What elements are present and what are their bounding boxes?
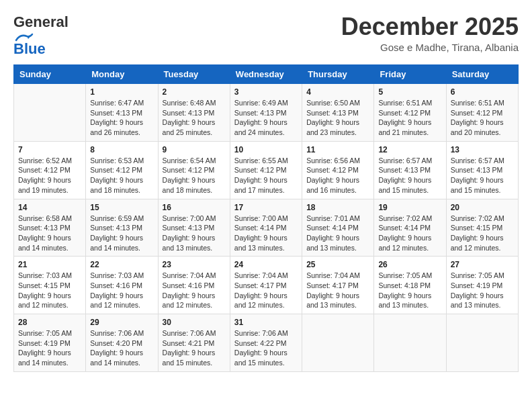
day-number: 5 [378,87,441,97]
title-block: December 2025 Gose e Madhe, Tirana, Alba… [341,13,519,53]
day-number: 1 [90,87,153,97]
header: General Blue December 2025 Gose e Madhe,… [13,13,519,58]
day-number: 23 [163,260,226,269]
day-cell [446,314,518,372]
day-number: 25 [306,260,369,269]
day-cell: 16Sunrise: 7:00 AMSunset: 4:13 PMDayligh… [158,199,230,257]
day-cell: 13Sunrise: 6:57 AMSunset: 4:13 PMDayligh… [446,141,518,199]
day-cell: 11Sunrise: 6:56 AMSunset: 4:12 PMDayligh… [302,141,374,199]
day-number: 4 [306,87,369,97]
day-info: Sunrise: 7:05 AMSunset: 4:19 PMDaylight:… [451,271,514,310]
week-row-5: 28Sunrise: 7:05 AMSunset: 4:19 PMDayligh… [14,314,519,372]
day-info: Sunrise: 7:04 AMSunset: 4:17 PMDaylight:… [234,271,298,310]
day-number: 24 [234,260,298,269]
weekday-header-thursday: Thursday [302,65,374,84]
day-number: 20 [451,203,514,212]
day-info: Sunrise: 7:00 AMSunset: 4:13 PMDaylight:… [163,214,226,253]
day-info: Sunrise: 7:00 AMSunset: 4:14 PMDaylight:… [234,214,298,253]
logo-general: General [13,13,69,30]
day-number: 2 [163,87,226,97]
day-number: 18 [306,203,369,212]
day-info: Sunrise: 6:56 AMSunset: 4:12 PMDaylight:… [306,156,369,195]
day-info: Sunrise: 6:58 AMSunset: 4:13 PMDaylight:… [18,214,81,253]
day-cell: 25Sunrise: 7:04 AMSunset: 4:17 PMDayligh… [302,257,374,314]
day-number: 30 [163,318,226,327]
weekday-header-monday: Monday [86,65,158,84]
week-row-2: 7Sunrise: 6:52 AMSunset: 4:12 PMDaylight… [14,141,519,199]
day-cell: 19Sunrise: 7:02 AMSunset: 4:14 PMDayligh… [374,199,446,257]
day-number: 6 [451,87,514,97]
day-number: 19 [378,203,441,212]
week-row-4: 21Sunrise: 7:03 AMSunset: 4:15 PMDayligh… [14,257,519,314]
day-number: 21 [18,260,81,269]
day-number: 31 [234,318,298,327]
day-number: 3 [234,87,298,97]
weekday-header-tuesday: Tuesday [158,65,230,84]
day-number: 29 [90,318,153,327]
day-cell: 17Sunrise: 7:00 AMSunset: 4:14 PMDayligh… [230,199,302,257]
day-info: Sunrise: 6:51 AMSunset: 4:12 PMDaylight:… [378,98,441,138]
day-number: 11 [306,145,369,154]
day-number: 15 [90,203,153,212]
day-info: Sunrise: 7:05 AMSunset: 4:19 PMDaylight:… [18,328,81,368]
day-cell: 30Sunrise: 7:06 AMSunset: 4:21 PMDayligh… [158,314,230,372]
day-cell: 24Sunrise: 7:04 AMSunset: 4:17 PMDayligh… [230,257,302,314]
day-info: Sunrise: 6:47 AMSunset: 4:13 PMDaylight:… [90,98,153,138]
day-number: 7 [18,145,81,154]
day-info: Sunrise: 7:03 AMSunset: 4:15 PMDaylight:… [18,271,81,310]
day-info: Sunrise: 7:04 AMSunset: 4:16 PMDaylight:… [163,271,226,310]
day-info: Sunrise: 7:06 AMSunset: 4:22 PMDaylight:… [234,328,298,368]
day-info: Sunrise: 6:57 AMSunset: 4:13 PMDaylight:… [378,156,441,195]
day-cell: 10Sunrise: 6:55 AMSunset: 4:12 PMDayligh… [230,141,302,199]
day-info: Sunrise: 6:51 AMSunset: 4:12 PMDaylight:… [451,98,514,138]
day-cell: 2Sunrise: 6:48 AMSunset: 4:13 PMDaylight… [158,84,230,142]
day-cell: 20Sunrise: 7:02 AMSunset: 4:15 PMDayligh… [446,199,518,257]
day-cell: 8Sunrise: 6:53 AMSunset: 4:12 PMDaylight… [86,141,158,199]
day-cell: 12Sunrise: 6:57 AMSunset: 4:13 PMDayligh… [374,141,446,199]
day-number: 26 [378,260,441,269]
calendar-header-row: SundayMondayTuesdayWednesdayThursdayFrid… [14,65,519,84]
day-number: 27 [451,260,514,269]
day-cell: 1Sunrise: 6:47 AMSunset: 4:13 PMDaylight… [86,84,158,142]
day-cell [14,84,86,142]
day-cell [302,314,374,372]
day-info: Sunrise: 7:02 AMSunset: 4:14 PMDaylight:… [378,214,441,253]
day-cell: 7Sunrise: 6:52 AMSunset: 4:12 PMDaylight… [14,141,86,199]
day-number: 14 [18,203,81,212]
calendar-body: 1Sunrise: 6:47 AMSunset: 4:13 PMDaylight… [14,84,519,372]
day-cell: 27Sunrise: 7:05 AMSunset: 4:19 PMDayligh… [446,257,518,314]
day-cell: 31Sunrise: 7:06 AMSunset: 4:22 PMDayligh… [230,314,302,372]
day-number: 17 [234,203,298,212]
day-info: Sunrise: 6:48 AMSunset: 4:13 PMDaylight:… [163,98,226,138]
week-row-3: 14Sunrise: 6:58 AMSunset: 4:13 PMDayligh… [14,199,519,257]
day-info: Sunrise: 7:05 AMSunset: 4:18 PMDaylight:… [378,271,441,310]
day-number: 8 [90,145,153,154]
day-number: 16 [163,203,226,212]
day-info: Sunrise: 6:57 AMSunset: 4:13 PMDaylight:… [451,156,514,195]
day-info: Sunrise: 6:59 AMSunset: 4:13 PMDaylight:… [90,214,153,253]
location: Gose e Madhe, Tirana, Albania [341,42,519,53]
day-number: 9 [163,145,226,154]
calendar: SundayMondayTuesdayWednesdayThursdayFrid… [13,64,519,372]
day-info: Sunrise: 6:53 AMSunset: 4:12 PMDaylight:… [90,156,153,195]
weekday-header-wednesday: Wednesday [230,65,302,84]
day-info: Sunrise: 6:49 AMSunset: 4:13 PMDaylight:… [234,98,298,138]
day-cell: 18Sunrise: 7:01 AMSunset: 4:14 PMDayligh… [302,199,374,257]
day-cell: 6Sunrise: 6:51 AMSunset: 4:12 PMDaylight… [446,84,518,142]
day-cell: 22Sunrise: 7:03 AMSunset: 4:16 PMDayligh… [86,257,158,314]
day-cell: 3Sunrise: 6:49 AMSunset: 4:13 PMDaylight… [230,84,302,142]
logo: General Blue [13,13,69,58]
day-cell: 21Sunrise: 7:03 AMSunset: 4:15 PMDayligh… [14,257,86,314]
day-info: Sunrise: 7:04 AMSunset: 4:17 PMDaylight:… [306,271,369,310]
day-cell: 26Sunrise: 7:05 AMSunset: 4:18 PMDayligh… [374,257,446,314]
day-cell: 15Sunrise: 6:59 AMSunset: 4:13 PMDayligh… [86,199,158,257]
day-info: Sunrise: 6:54 AMSunset: 4:12 PMDaylight:… [163,156,226,195]
day-number: 22 [90,260,153,269]
day-cell: 29Sunrise: 7:06 AMSunset: 4:20 PMDayligh… [86,314,158,372]
day-cell: 9Sunrise: 6:54 AMSunset: 4:12 PMDaylight… [158,141,230,199]
logo-bird-icon [13,31,35,43]
day-cell [374,314,446,372]
day-cell: 5Sunrise: 6:51 AMSunset: 4:12 PMDaylight… [374,84,446,142]
day-cell: 14Sunrise: 6:58 AMSunset: 4:13 PMDayligh… [14,199,86,257]
weekday-header-sunday: Sunday [14,65,86,84]
